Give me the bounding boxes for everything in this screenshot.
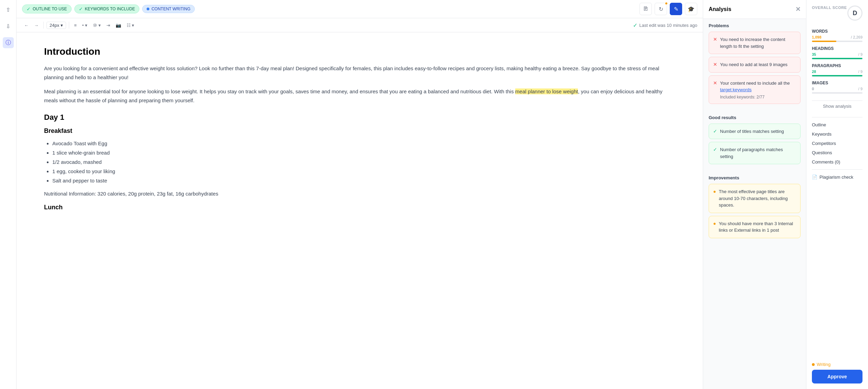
plagiarism-check-row[interactable]: 📄 Plagiarism check [812, 172, 862, 182]
good-label: Good results [709, 115, 801, 120]
stat-paragraphs-bar [812, 75, 862, 76]
keywords-text-before: Your content need to include all the [720, 81, 790, 86]
list-item: Avocado Toast with Egg [52, 139, 675, 148]
writing-status: Writing [812, 362, 862, 367]
indent-btn[interactable]: ⇥ [104, 20, 112, 30]
analysis-close-btn[interactable]: ✕ [795, 6, 801, 13]
keywords-check-icon: ✓ [79, 6, 83, 12]
keywords-subtext: Included keywords: 2/77 [720, 95, 796, 99]
outline-badge-label: OUTLINE TO USE [33, 7, 67, 11]
show-analysis-link[interactable]: Show analysis [812, 104, 862, 109]
divider-2 [812, 117, 862, 117]
stat-words-current: 1,098 [812, 35, 822, 39]
list-item: 1 egg, cooked to your liking [52, 167, 675, 176]
score-circle: D [847, 6, 862, 21]
stat-words: WORDS 1,098 / 2,269 [812, 29, 862, 42]
stat-images: IMAGES 0 / 9 [812, 81, 862, 94]
improve-card-titles: ● The most effective page titles are aro… [709, 184, 801, 213]
problems-label: Problems [709, 23, 801, 28]
keywords-badge[interactable]: ✓ KEYWORDS TO INCLUDE [74, 4, 140, 13]
intro-para1: Are you looking for a convenient and eff… [44, 64, 675, 82]
stat-headings-current: 35 [812, 52, 816, 56]
analysis-title: Analysis [709, 6, 731, 12]
analysis-header: Analysis ✕ [703, 0, 806, 19]
main-editor-area: ✓ OUTLINE TO USE ✓ KEYWORDS TO INCLUDE C… [17, 0, 703, 389]
warning-icon-links: ● [713, 221, 716, 234]
writing-text: Writing [817, 362, 830, 367]
nav-competitors[interactable]: Competitors [812, 139, 862, 148]
improvements-section: Improvements ● The most effective page t… [703, 171, 806, 245]
highlighted-phrase: meal planner to lose weight [515, 88, 578, 94]
align-btn[interactable]: ≡ [72, 20, 79, 30]
check-icon-paragraphs: ✓ [713, 147, 717, 160]
problems-section: Problems ✕ You need to increase the cont… [703, 19, 806, 111]
breakfast-list: Avocado Toast with Egg 1 slice whole-gra… [52, 139, 675, 185]
lunch-heading: Lunch [44, 204, 675, 211]
intro-heading: Introduction [44, 46, 675, 57]
content-badge[interactable]: CONTENT WRITING [142, 5, 195, 13]
stat-paragraphs: PARAGRAPHS 28 / 9 [812, 63, 862, 76]
problem-card-images: ✕ You need to add at least 9 images [709, 57, 801, 73]
redo-btn[interactable]: → [32, 20, 41, 30]
toolbar-actions: 🖹 ↻ ✎ 🎓 [639, 3, 697, 15]
improve-card-links: ● You should have more than 3 Internal l… [709, 216, 801, 238]
chevron-down-icon: ▾ [61, 23, 63, 28]
content-dot-icon [147, 8, 149, 10]
numbered-list-btn[interactable]: ⑩ ▾ [91, 20, 103, 30]
undo-btn[interactable]: ← [22, 20, 31, 30]
stat-words-bar-bg [812, 41, 862, 42]
stat-paragraphs-bar-bg [812, 75, 862, 76]
stat-words-bar [812, 41, 836, 42]
font-size-value: 24px [50, 23, 59, 28]
toolbar-divider-1 [43, 22, 44, 29]
stat-images-label: IMAGES [812, 81, 862, 85]
nav-comments[interactable]: Comments (0) [812, 157, 862, 167]
table-btn[interactable]: ☷ ▾ [125, 20, 137, 30]
right-sidebar: OVERALL SCORE D WORDS 1,098 / 2,269 HEAD… [806, 0, 868, 389]
approve-button[interactable]: Approve [812, 370, 862, 383]
improve-label: Improvements [709, 175, 801, 180]
problem-text-keywords: Your content need to include all the tar… [720, 80, 796, 93]
error-icon: ✕ [713, 36, 717, 50]
last-edit-text: Last edit was 10 minutes ago [639, 23, 697, 28]
good-card-titles: ✓ Number of titles matches setting [709, 124, 801, 139]
problem-text-length: You need to increase the content length … [720, 36, 796, 50]
image-btn[interactable]: 📷 [114, 20, 123, 30]
stat-images-current: 0 [812, 87, 814, 91]
outline-badge[interactable]: ✓ OUTLINE TO USE [22, 4, 72, 13]
para2-text-1: Meal planning is an essential tool for a… [44, 88, 515, 94]
plagiarism-icon: 📄 [812, 175, 817, 180]
stat-images-target: / 9 [858, 87, 862, 91]
divider-3 [812, 169, 862, 170]
bullet-list-btn[interactable]: • ▾ [80, 20, 89, 30]
stat-paragraphs-current: 28 [812, 70, 816, 74]
sidebar-icon-upload[interactable]: ⇧ [3, 4, 14, 15]
save-icon-btn[interactable]: 🖹 [639, 3, 652, 15]
nav-questions[interactable]: Questions [812, 148, 862, 157]
share-icon-btn[interactable]: ↻ [655, 3, 667, 15]
graduation-icon-btn[interactable]: 🎓 [685, 3, 697, 15]
divider-1 [812, 101, 862, 101]
improve-text-titles: The most effective page titles are aroun… [719, 188, 796, 209]
nav-outline[interactable]: Outline [812, 120, 862, 129]
problem-card-length: ✕ You need to increase the content lengt… [709, 32, 801, 54]
top-toolbar: ✓ OUTLINE TO USE ✓ KEYWORDS TO INCLUDE C… [17, 0, 703, 18]
good-text-paragraphs: Number of paragraphs matches setting [720, 146, 796, 160]
edit-toggle-btn[interactable]: ✎ [670, 3, 682, 15]
problem-card-keywords: ✕ Your content need to include all the t… [709, 75, 801, 104]
good-text-titles: Number of titles matches setting [720, 128, 784, 135]
font-size-selector[interactable]: 24px ▾ [46, 22, 66, 29]
sidebar-icon-info[interactable]: ⓘ [3, 37, 14, 48]
overall-score-label: OVERALL SCORE [812, 6, 847, 10]
stat-words-target: / 2,269 [851, 35, 862, 39]
editor-content[interactable]: Introduction Are you looking for a conve… [17, 32, 703, 389]
stat-paragraphs-target: / 9 [858, 70, 862, 74]
sidebar-icon-share[interactable]: ⇩ [3, 21, 14, 32]
warning-icon-titles: ● [713, 189, 716, 209]
stat-headings: HEADINGS 35 / 9 [812, 46, 862, 59]
outline-check-icon: ✓ [27, 6, 31, 12]
last-edit-status: ✓ Last edit was 10 minutes ago [633, 22, 697, 29]
target-keywords-link[interactable]: target keywords [720, 87, 752, 92]
nav-keywords[interactable]: Keywords [812, 129, 862, 139]
stat-paragraphs-label: PARAGRAPHS [812, 63, 862, 68]
